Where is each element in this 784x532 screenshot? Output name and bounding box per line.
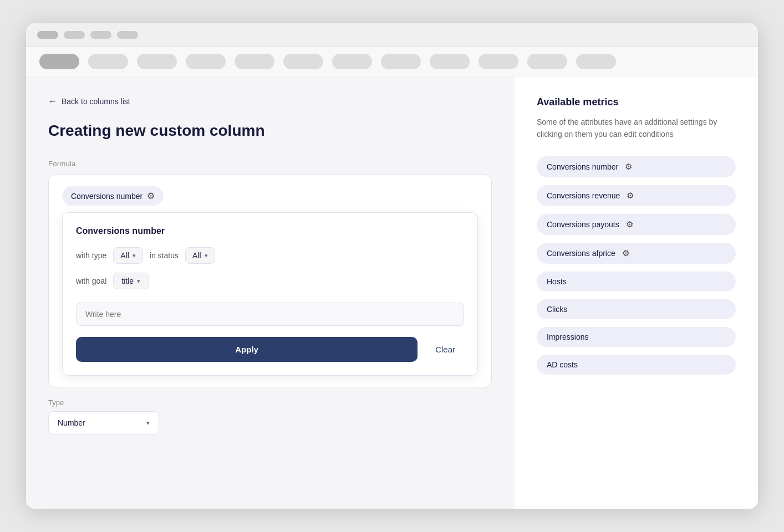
nav-pill-2[interactable] — [137, 54, 177, 69]
page-content: ← Back to columns list Creating new cust… — [26, 76, 758, 509]
metric-item-1[interactable]: Conversions revenue⚙ — [537, 185, 736, 206]
formula-tag-text: Conversions number — [71, 192, 142, 201]
column-type-label: Type — [48, 398, 492, 407]
metric-item-5[interactable]: Clicks — [537, 299, 736, 319]
popup-title: Conversions number — [76, 226, 464, 236]
metric-item-0[interactable]: Conversions number⚙ — [537, 156, 736, 177]
metric-name-6: Impressions — [547, 332, 588, 341]
formula-tag[interactable]: Conversions number ⚙ — [62, 186, 164, 206]
gear-icon-metric-0[interactable]: ⚙ — [625, 162, 632, 172]
available-metrics-desc: Some of the attributes have an additiona… — [537, 116, 736, 141]
filter-status-value: All — [192, 251, 201, 260]
nav-pill-active[interactable] — [39, 54, 79, 69]
metric-name-3: Conversions afprice — [547, 249, 615, 258]
column-type-section: Type Number ▾ — [48, 398, 492, 434]
browser-window: ← Back to columns list Creating new cust… — [26, 23, 758, 509]
gear-icon-formula[interactable]: ⚙ — [147, 191, 155, 201]
metric-item-6[interactable]: Impressions — [537, 327, 736, 347]
available-metrics-title: Available metrics — [537, 96, 736, 108]
metric-name-1: Conversions revenue — [547, 191, 620, 200]
browser-dot-4 — [117, 31, 138, 39]
left-panel: ← Back to columns list Creating new cust… — [26, 76, 514, 509]
right-panel: Available metrics Some of the attributes… — [514, 76, 758, 509]
gear-icon-metric-3[interactable]: ⚙ — [622, 248, 629, 258]
browser-chrome — [26, 23, 758, 47]
filter-row-type: with type All ▾ in status All ▾ — [76, 247, 464, 264]
metric-name-0: Conversions number — [547, 162, 618, 171]
browser-dot-1 — [37, 31, 58, 39]
metric-item-7[interactable]: AD costs — [537, 355, 736, 375]
gear-icon-metric-1[interactable]: ⚙ — [627, 191, 634, 201]
write-here-input[interactable] — [76, 303, 464, 326]
nav-pill-8[interactable] — [430, 54, 470, 69]
back-link[interactable]: ← Back to columns list — [48, 96, 492, 106]
browser-dot-2 — [64, 31, 85, 39]
metrics-list: Conversions number⚙Conversions revenue⚙C… — [537, 156, 736, 382]
gear-icon-metric-2[interactable]: ⚙ — [626, 219, 633, 229]
back-arrow-icon: ← — [48, 96, 57, 106]
formula-box: Conversions number ⚙ Conversions number … — [48, 175, 492, 387]
nav-pill-11[interactable] — [576, 54, 616, 69]
nav-pill-5[interactable] — [283, 54, 323, 69]
chevron-down-icon-type-select: ▾ — [146, 420, 150, 427]
metric-item-4[interactable]: Hosts — [537, 272, 736, 291]
chevron-down-icon-status: ▾ — [205, 252, 208, 259]
popup-actions: Apply Clear — [76, 337, 464, 362]
back-link-text: Back to columns list — [62, 97, 130, 106]
type-value: Number — [58, 418, 85, 427]
metric-name-2: Conversions payouts — [547, 220, 619, 229]
formula-label: Formula — [48, 160, 492, 168]
page-title: Creating new custom column — [48, 122, 492, 140]
filter-type-value: All — [120, 251, 129, 260]
nav-pill-9[interactable] — [478, 54, 518, 69]
filter-goal-value: title — [121, 277, 134, 285]
filter-type-select[interactable]: All ▾ — [113, 247, 143, 264]
type-select-box[interactable]: Number ▾ — [48, 411, 159, 434]
filter-status-select[interactable]: All ▾ — [185, 247, 215, 264]
filter-status-label: in status — [150, 251, 179, 260]
nav-pill-10[interactable] — [527, 54, 567, 69]
metric-name-4: Hosts — [547, 277, 567, 286]
clear-button[interactable]: Clear — [426, 337, 464, 362]
nav-pill-1[interactable] — [88, 54, 128, 69]
metric-item-2[interactable]: Conversions payouts⚙ — [537, 214, 736, 235]
chevron-down-icon-goal: ▾ — [137, 278, 140, 285]
metric-name-7: AD costs — [547, 360, 578, 369]
chevron-down-icon-type: ▾ — [133, 252, 136, 259]
filter-goal-select[interactable]: title ▾ — [113, 273, 149, 289]
browser-dot-3 — [90, 31, 111, 39]
filter-row-goal: with goal title ▾ — [76, 273, 464, 289]
filter-type-label: with type — [76, 251, 106, 260]
nav-pill-3[interactable] — [186, 54, 226, 69]
browser-nav — [26, 47, 758, 76]
nav-pill-7[interactable] — [381, 54, 421, 69]
metric-name-5: Clicks — [547, 305, 567, 314]
filter-popup: Conversions number with type All ▾ in st… — [62, 212, 478, 376]
apply-button[interactable]: Apply — [76, 337, 418, 362]
filter-goal-label: with goal — [76, 277, 106, 285]
nav-pill-6[interactable] — [332, 54, 372, 69]
metric-item-3[interactable]: Conversions afprice⚙ — [537, 243, 736, 264]
nav-pill-4[interactable] — [235, 54, 274, 69]
